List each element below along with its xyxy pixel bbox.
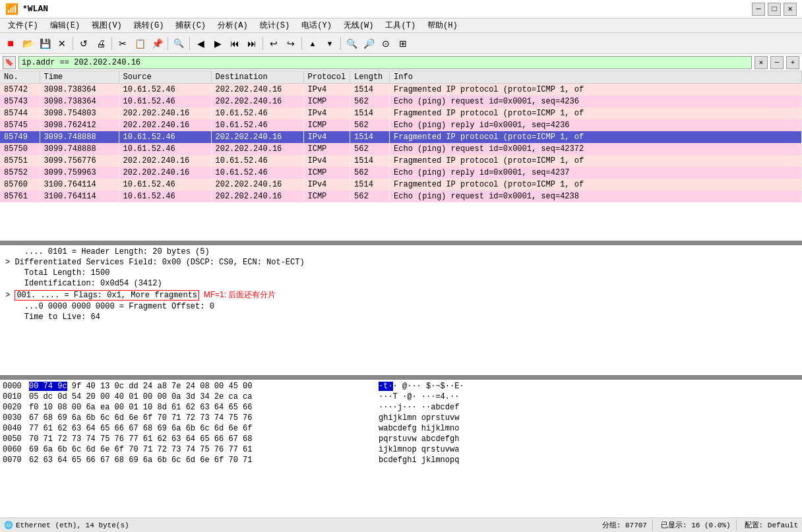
sep2 — [111, 37, 112, 50]
table-row[interactable]: 857493099.74888810.61.52.46202.202.240.1… — [0, 131, 802, 143]
hex-offset: 0010 — [0, 392, 26, 402]
flag-annotation: MF=1: 后面还有分片 — [199, 290, 276, 299]
zoom-out-button[interactable]: 🔎 — [361, 36, 377, 51]
detail-line: .... 0101 = Header Length: 20 bytes (5) — [3, 247, 799, 257]
table-row[interactable]: 857513099.756776202.202.240.1610.61.52.4… — [0, 155, 802, 167]
first-button[interactable]: ⏮ — [227, 36, 243, 51]
sep5 — [262, 37, 263, 50]
table-row[interactable]: 857443098.754803202.202.240.1610.61.52.4… — [0, 107, 802, 119]
hex-bytes: 00 74 9c 9f 40 13 0c dd 24 a8 7e 24 08 0… — [26, 381, 376, 392]
close-button[interactable]: ✕ — [784, 3, 797, 16]
statusbar-right: 分组: 87707 已显示: 16 (0.0%) 配置: Default — [602, 520, 798, 530]
print-button[interactable]: 🖨 — [93, 36, 109, 51]
titlebar-left: 📶 *WLAN — [5, 3, 48, 16]
filter-add[interactable]: + — [786, 56, 799, 69]
minimize-button[interactable]: ─ — [752, 3, 765, 16]
packet-list[interactable]: No. Time Source Destination Protocol Len… — [0, 71, 802, 243]
table-row[interactable]: 857453098.762412202.202.240.1610.61.52.4… — [0, 119, 802, 131]
paste-button[interactable]: 📌 — [149, 36, 165, 51]
forward-button[interactable]: ↪ — [283, 36, 299, 51]
menu-wireless[interactable]: 无线(W) — [338, 18, 379, 32]
last-button[interactable]: ⏭ — [244, 36, 260, 51]
hex-offset: 0000 — [0, 381, 26, 392]
menubar: 文件(F) 编辑(E) 视图(V) 跳转(G) 捕获(C) 分析(A) 统计(S… — [0, 18, 802, 33]
table-row[interactable]: 857433098.73836410.61.52.46202.202.240.1… — [0, 96, 802, 107]
col-src: Source — [119, 71, 211, 84]
status-displayed: 已显示: 16 (0.0%) — [661, 520, 737, 530]
hex-row: 001005 dc 0d 54 20 00 40 01 00 00 0a 3d … — [0, 392, 802, 402]
packet-table: No. Time Source Destination Protocol Len… — [0, 71, 802, 202]
ascii-highlighted: ·t· — [379, 382, 393, 391]
detail-line: Time to Live: 64 — [3, 312, 799, 322]
find-button[interactable]: 🔍 — [171, 36, 187, 51]
hex-bytes: 62 63 64 65 66 67 68 69 6a 6b 6c 6d 6e 6… — [26, 455, 376, 465]
packet-detail[interactable]: .... 0101 = Header Length: 20 bytes (5)>… — [0, 245, 802, 377]
table-row[interactable]: 857423098.73836410.61.52.46202.202.240.1… — [0, 84, 802, 96]
close-button2[interactable]: ✕ — [54, 36, 70, 51]
hex-dump[interactable]: 000000 74 9c 9f 40 13 0c dd 24 a8 7e 24 … — [0, 380, 802, 517]
col-len: Length — [350, 71, 390, 84]
filter-input[interactable] — [18, 56, 752, 69]
filter-bookmark[interactable]: 🔖 — [3, 56, 16, 69]
prev-button[interactable]: ◀ — [193, 36, 208, 51]
hex-ascii: ghijklmn oprstuvw — [376, 413, 802, 423]
app-icon: 📶 — [5, 3, 18, 16]
down-button[interactable]: ▼ — [322, 36, 338, 51]
menu-tools[interactable]: 工具(T) — [380, 18, 421, 32]
ascii-normal: · @··· $·~$··E· — [393, 382, 464, 391]
hex-ascii: ···T ·@· ···=4.·· — [376, 392, 802, 402]
table-row[interactable]: 857613100.76411410.61.52.46202.202.240.1… — [0, 191, 802, 202]
menu-go[interactable]: 跳转(G) — [129, 18, 170, 32]
hex-offset: 0060 — [0, 444, 26, 455]
menu-capture[interactable]: 捕获(C) — [170, 18, 211, 32]
hex-row: 000000 74 9c 9f 40 13 0c dd 24 a8 7e 24 … — [0, 381, 802, 392]
next-button[interactable]: ▶ — [210, 36, 226, 51]
reload-button[interactable]: ↺ — [76, 36, 92, 51]
expand-arrow: > — [5, 291, 15, 300]
save-button[interactable]: 💾 — [37, 36, 53, 51]
menu-stats[interactable]: 统计(S) — [255, 18, 295, 32]
hex-highlighted: 00 74 9c — [29, 382, 67, 391]
hex-row: 003067 68 69 6a 6b 6c 6d 6e 6f 70 71 72 … — [0, 413, 802, 423]
table-row[interactable]: 857523099.759963202.202.240.1610.61.52.4… — [0, 167, 802, 179]
filter-clear[interactable]: ✕ — [755, 56, 768, 69]
titlebar-controls[interactable]: ─ □ ✕ — [752, 3, 797, 16]
hex-bytes: 67 68 69 6a 6b 6c 6d 6e 6f 70 71 72 73 7… — [26, 413, 376, 423]
hex-ascii: ·t·· @··· $·~$··E· — [376, 381, 802, 392]
copy-button[interactable]: 📋 — [132, 36, 148, 51]
sep3 — [168, 37, 168, 50]
sep4 — [189, 37, 190, 50]
status-total: 分组: 87707 — [602, 520, 653, 530]
detail-line[interactable]: > Differentiated Services Field: 0x00 (D… — [3, 257, 799, 268]
hex-row: 0020f0 10 08 00 6a ea 00 01 10 8d 61 62 … — [0, 402, 802, 413]
hex-bytes: 70 71 72 73 74 75 76 77 61 62 63 64 65 6… — [26, 434, 376, 444]
menu-view[interactable]: 视图(V) — [86, 18, 127, 32]
sep1 — [73, 37, 73, 50]
hex-row: 004077 61 62 63 64 65 66 67 68 69 6a 6b … — [0, 423, 802, 434]
menu-phone[interactable]: 电话(Y) — [296, 18, 337, 32]
cut-button[interactable]: ✂ — [115, 36, 131, 51]
zoom-in-button[interactable]: 🔍 — [344, 36, 359, 51]
table-row[interactable]: 857603100.76411410.61.52.46202.202.240.1… — [0, 179, 802, 191]
up-button[interactable]: ▲ — [305, 36, 321, 51]
back-button[interactable]: ↩ — [266, 36, 282, 51]
detail-line[interactable]: > 001. .... = Flags: 0x1, More fragments… — [3, 289, 799, 301]
hex-normal: 9f 40 13 0c dd 24 a8 7e 24 08 00 45 00 — [67, 382, 253, 391]
open-button[interactable]: 📂 — [20, 36, 36, 51]
hex-bytes: 77 61 62 63 64 65 66 67 68 69 6a 6b 6c 6… — [26, 423, 376, 434]
hex-offset: 0030 — [0, 413, 26, 423]
menu-analyze[interactable]: 分析(A) — [212, 18, 253, 32]
menu-edit[interactable]: 编辑(E) — [45, 18, 86, 32]
hex-offset: 0070 — [0, 455, 26, 465]
layout-button[interactable]: ⊞ — [395, 36, 411, 51]
stop-button[interactable]: ■ — [3, 36, 18, 51]
menu-file[interactable]: 文件(F) — [3, 18, 44, 32]
flags-box: 001. .... = Flags: 0x1, More fragments — [15, 290, 199, 301]
menu-help[interactable]: 帮助(H) — [422, 18, 463, 32]
statusbar-left: 🌐 Ethernet (eth), 14 byte(s) — [4, 521, 597, 529]
filter-minimize[interactable]: ─ — [770, 56, 784, 69]
table-row[interactable]: 857503099.74888810.61.52.46202.202.240.1… — [0, 143, 802, 155]
maximize-button[interactable]: □ — [768, 3, 781, 16]
zoom-reset-button[interactable]: ⊙ — [378, 36, 394, 51]
hex-row: 005070 71 72 73 74 75 76 77 61 62 63 64 … — [0, 434, 802, 444]
